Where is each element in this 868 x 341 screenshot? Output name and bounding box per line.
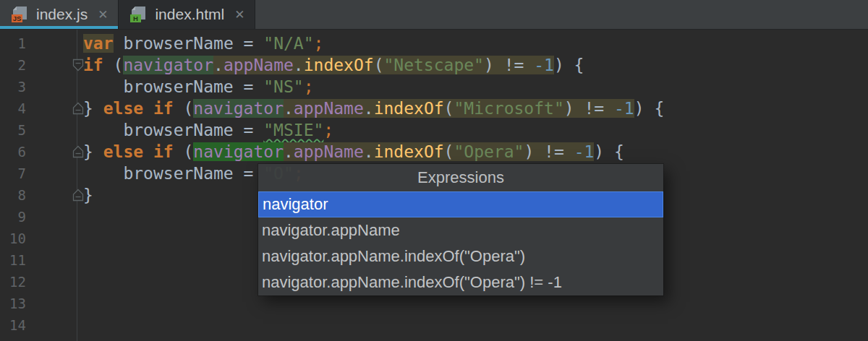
code-text: var browserName = "N/A"; [83,33,868,54]
fold-marker-icon[interactable] [72,189,85,202]
code-token: navigator [193,99,284,118]
code-token: . [294,56,304,74]
code-text: } else if (navigator.appName.indexOf("Op… [83,141,868,163]
line-number[interactable]: 11 [0,249,29,271]
fold-column [29,271,83,293]
code-token: -1 [574,142,595,161]
expression-item[interactable]: navigator.appName [258,217,663,243]
code-token: . [364,99,374,118]
code-token: ( [174,142,194,161]
code-token: "Opera" [454,142,524,161]
line-number[interactable]: 8 [0,184,29,206]
code-token: ; [304,77,314,96]
ide-window: JS index.js ✕ H index.html ✕ 1var browse… [0,0,868,341]
code-token: ) { [634,99,665,118]
code-token: = [234,121,264,139]
code-line[interactable]: 1var browserName = "N/A"; [0,33,868,54]
code-token: browserName [123,77,233,96]
code-token: navigator [123,56,213,74]
line-number[interactable]: 5 [0,119,29,141]
code-line[interactable]: 13 [0,293,868,314]
code-line[interactable]: 3 browserName = "NS"; [0,76,868,98]
code-token: ( [444,142,454,161]
code-token: "N/A" [263,34,313,53]
line-number[interactable]: 12 [0,271,29,293]
code-token: ( [174,99,194,118]
fold-column [29,206,83,228]
code-token: . [364,142,374,161]
code-token: if [153,99,174,118]
fold-column [29,249,83,271]
editor-tab-bar: JS index.js ✕ H index.html ✕ [0,0,868,30]
fold-column [29,141,83,163]
fold-column [29,119,83,141]
line-number[interactable]: 2 [0,54,29,76]
code-line[interactable]: 2if (navigator.appName.indexOf("Netscape… [0,54,868,76]
line-number[interactable]: 14 [0,314,29,336]
line-number[interactable]: 13 [0,293,29,314]
popup-title: Expressions [258,164,663,191]
line-number[interactable]: 6 [0,141,29,163]
close-tab-icon[interactable]: ✕ [234,9,244,21]
code-token: navigator [193,142,284,161]
code-line[interactable]: 5 browserName = "MSIE"; [0,119,868,141]
code-token: != [544,142,574,161]
fold-column [29,228,83,249]
line-number[interactable]: 1 [0,33,29,54]
fold-marker-icon[interactable] [72,102,85,115]
code-token: . [284,99,294,118]
line-number[interactable]: 7 [0,163,29,184]
code-line[interactable]: 14 [0,314,868,336]
line-number[interactable]: 3 [0,76,29,98]
expression-item[interactable]: navigator [258,191,663,217]
code-token [83,77,123,96]
expression-list: navigatornavigator.appNamenavigator.appN… [258,191,663,295]
code-token: appName [224,56,294,74]
close-tab-icon[interactable]: ✕ [98,9,108,21]
code-text: } else if (navigator.appName.indexOf("Mi… [83,98,868,119]
code-token: -1 [534,56,554,74]
code-token: ; [314,34,324,53]
code-token: else [103,99,143,118]
expression-item[interactable]: navigator.appName.indexOf("Opera") != -1 [258,269,663,295]
code-token [83,121,123,139]
fold-column [29,33,83,54]
code-token: ; [323,121,333,139]
code-text: browserName = "MSIE"; [83,119,868,141]
code-token: "MSIE" [263,121,323,139]
line-number[interactable]: 4 [0,98,29,119]
code-token: if [153,142,174,161]
code-line[interactable]: 6} else if (navigator.appName.indexOf("O… [0,141,868,163]
code-token: ) { [594,142,624,161]
code-token: indexOf [374,142,444,161]
code-token: = [234,77,264,96]
code-token: ( [444,99,454,118]
code-line[interactable]: 4} else if (navigator.appName.indexOf("M… [0,98,868,119]
code-text: if (navigator.appName.indexOf("Netscape"… [83,54,868,76]
code-token: = [234,34,264,53]
fold-column [29,314,83,336]
line-number[interactable]: 10 [0,228,29,249]
html-file-icon: H [128,4,148,25]
fold-column [29,76,83,98]
code-token: else [103,142,143,161]
code-token: ( [103,56,124,74]
tab-index-html[interactable]: H index.html ✕ [118,0,255,29]
tab-label: index.html [155,6,224,23]
js-file-icon: JS [9,4,30,25]
code-token: } [83,99,103,118]
line-number[interactable]: 9 [0,206,29,228]
fold-marker-icon[interactable] [72,59,85,72]
code-token: -1 [614,99,634,118]
code-token: . [284,142,294,161]
svg-text:H: H [134,14,139,22]
code-token: . [213,56,224,74]
code-token [143,99,153,118]
fold-marker-icon[interactable] [72,145,85,158]
tab-index-js[interactable]: JS index.js ✕ [0,0,118,29]
code-token: ) { [554,56,584,74]
code-text: browserName = "NS"; [83,76,868,98]
code-token: "NS" [263,77,303,96]
code-token: var [83,34,114,53]
expression-item[interactable]: navigator.appName.indexOf("Opera") [258,243,663,269]
